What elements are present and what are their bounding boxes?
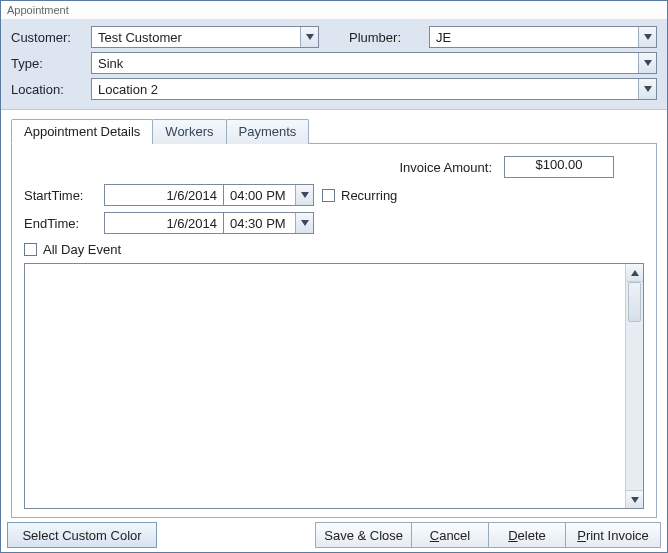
scroll-up-icon[interactable]	[626, 264, 643, 282]
tab-area: Appointment Details Workers Payments Inv…	[1, 110, 667, 518]
scroll-thumb[interactable]	[628, 282, 641, 322]
select-custom-color-button[interactable]: Select Custom Color	[7, 522, 157, 548]
invoice-amount-value: $100.00	[536, 157, 583, 172]
checkbox-icon	[24, 243, 37, 256]
chevron-down-icon[interactable]	[638, 53, 656, 73]
location-label: Location:	[11, 82, 91, 97]
invoice-amount-label: Invoice Amount:	[400, 160, 493, 175]
checkbox-icon	[322, 189, 335, 202]
scroll-down-icon[interactable]	[626, 490, 643, 508]
customer-value: Test Customer	[98, 30, 182, 45]
invoice-amount-input[interactable]: $100.00	[504, 156, 614, 178]
plumber-label: Plumber:	[349, 30, 429, 45]
all-day-checkbox[interactable]: All Day Event	[24, 242, 644, 257]
start-date-value: 1/6/2014	[166, 188, 217, 203]
print-invoice-button[interactable]: Print Invoice	[565, 522, 661, 548]
end-time-combo[interactable]: 04:30 PM	[224, 212, 314, 234]
end-time-value: 04:30 PM	[230, 216, 286, 231]
plumber-value: JE	[436, 30, 451, 45]
recurring-label: Recurring	[341, 188, 397, 203]
end-date-value: 1/6/2014	[166, 216, 217, 231]
tabstrip: Appointment Details Workers Payments	[11, 118, 657, 143]
chevron-down-icon[interactable]	[638, 27, 656, 47]
window-title: Appointment	[1, 1, 667, 19]
header-panel: Customer: Test Customer Plumber: JE Type…	[1, 19, 667, 110]
start-time-combo[interactable]: 04:00 PM	[224, 184, 314, 206]
chevron-down-icon[interactable]	[638, 79, 656, 99]
tab-appointment-details[interactable]: Appointment Details	[11, 119, 153, 144]
all-day-label: All Day Event	[43, 242, 121, 257]
save-close-button[interactable]: Save & Close	[315, 522, 412, 548]
print-invoice-label: Print Invoice	[577, 528, 649, 543]
select-custom-color-label: Select Custom Color	[22, 528, 141, 543]
tab-payments[interactable]: Payments	[226, 119, 310, 144]
recurring-checkbox[interactable]: Recurring	[322, 188, 397, 203]
appointment-window: Appointment Customer: Test Customer Plum…	[0, 0, 668, 553]
delete-button[interactable]: Delete	[488, 522, 566, 548]
customer-label: Customer:	[11, 30, 91, 45]
customer-combo[interactable]: Test Customer	[91, 26, 319, 48]
footer-toolbar: Select Custom Color Save & Close Cancel …	[1, 518, 667, 552]
cancel-button[interactable]: Cancel	[411, 522, 489, 548]
delete-label: Delete	[508, 528, 546, 543]
notes-textarea[interactable]	[24, 263, 644, 509]
cancel-label: Cancel	[430, 528, 470, 543]
end-time-label: EndTime:	[24, 216, 104, 231]
scrollbar[interactable]	[625, 264, 643, 508]
tab-panel-details: Invoice Amount: $100.00 StartTime: 1/6/2…	[11, 143, 657, 518]
type-combo[interactable]: Sink	[91, 52, 657, 74]
location-value: Location 2	[98, 82, 158, 97]
start-date-input[interactable]: 1/6/2014	[104, 184, 224, 206]
start-time-label: StartTime:	[24, 188, 104, 203]
type-value: Sink	[98, 56, 123, 71]
save-close-label: Save & Close	[324, 528, 403, 543]
end-date-input[interactable]: 1/6/2014	[104, 212, 224, 234]
chevron-down-icon[interactable]	[295, 185, 313, 205]
start-time-value: 04:00 PM	[230, 188, 286, 203]
plumber-combo[interactable]: JE	[429, 26, 657, 48]
chevron-down-icon[interactable]	[300, 27, 318, 47]
type-label: Type:	[11, 56, 91, 71]
tab-workers[interactable]: Workers	[152, 119, 226, 144]
chevron-down-icon[interactable]	[295, 213, 313, 233]
location-combo[interactable]: Location 2	[91, 78, 657, 100]
